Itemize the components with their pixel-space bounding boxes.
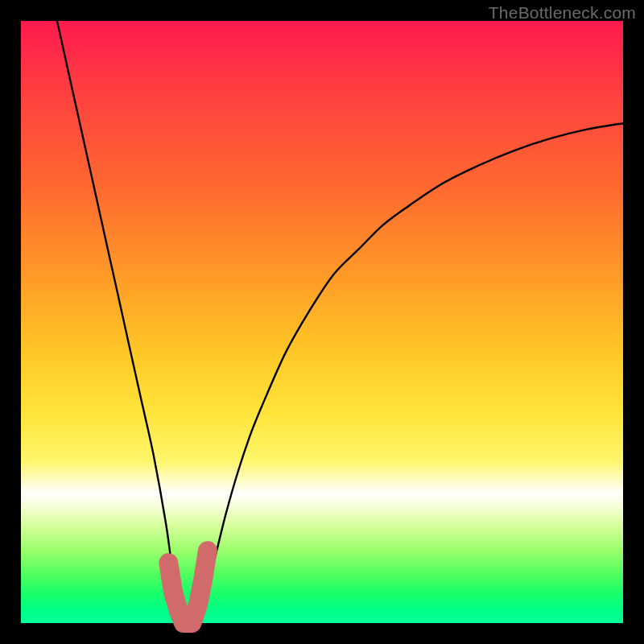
chart-overlay <box>21 21 623 623</box>
bottleneck-curve <box>57 21 623 625</box>
sweet-spot-marker <box>168 551 208 623</box>
watermark-text: TheBottleneck.com <box>489 3 636 23</box>
